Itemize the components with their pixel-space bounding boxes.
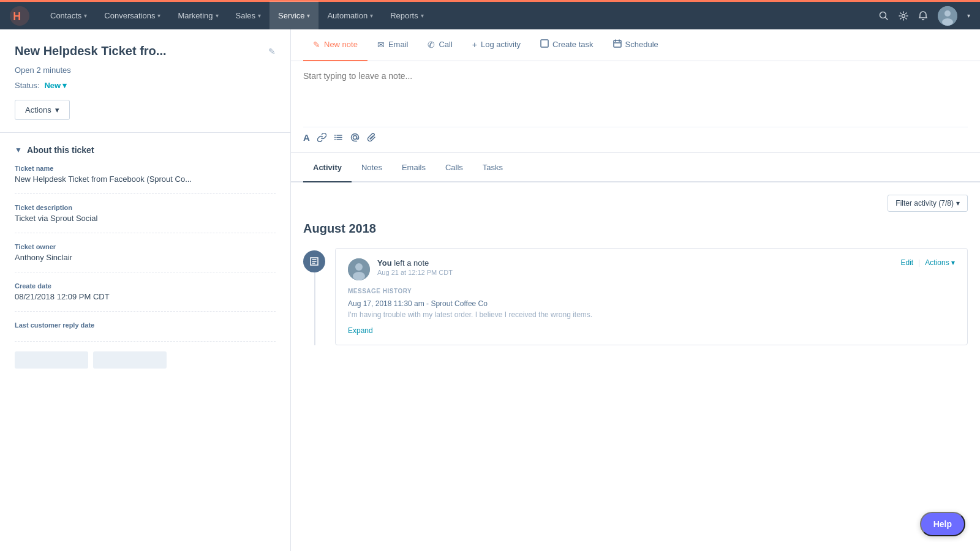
create-date-label: Create date: [15, 282, 276, 290]
activity-tab-notes[interactable]: Notes: [352, 153, 392, 182]
month-header: August 2018: [303, 222, 968, 236]
svg-line-3: [886, 17, 888, 20]
activity-time: Aug 21 at 12:12 PM CDT: [377, 269, 893, 276]
tab-create-task[interactable]: Create task: [530, 29, 603, 61]
last-reply-date-label: Last customer reply date: [15, 321, 276, 329]
link-button[interactable]: [317, 133, 326, 142]
activity-title: You left a note: [377, 258, 893, 268]
note-editor: A: [291, 61, 980, 153]
svg-rect-9: [614, 40, 621, 47]
create-date-value: 08/21/2018 12:09 PM CDT: [15, 292, 276, 301]
field-ticket-description: Ticket description Ticket via Sprout Soc…: [15, 204, 276, 233]
svg-text:H: H: [13, 10, 21, 23]
main-layout: New Helpdesk Ticket fro... ✎ Open 2 minu…: [0, 29, 980, 551]
create-task-icon: [540, 39, 549, 50]
field-ticket-name: Ticket name New Helpdesk Ticket from Fac…: [15, 165, 276, 194]
notifications-button[interactable]: [918, 11, 928, 21]
nav-service-label: Service: [278, 11, 304, 20]
nav-conversations-chevron: ▾: [157, 12, 160, 19]
activity-feed: Filter activity (7/8) ▾ August 2018: [291, 182, 980, 551]
note-textarea[interactable]: [303, 71, 968, 120]
search-button[interactable]: [879, 11, 889, 21]
activity-tab-activity[interactable]: Activity: [303, 153, 352, 182]
mention-button[interactable]: [350, 133, 360, 142]
svg-rect-8: [541, 40, 548, 47]
activity-card-actions: Edit | Actions ▾: [900, 258, 955, 267]
nav-service[interactable]: Service ▾: [270, 1, 318, 31]
ticket-open-time: Open 2 minutes: [15, 66, 276, 75]
tab-new-note[interactable]: ✎ New note: [303, 29, 368, 61]
nav-marketing[interactable]: Marketing ▾: [169, 1, 227, 31]
nav-reports-label: Reports: [390, 11, 418, 20]
actions-activity-link[interactable]: Actions ▾: [925, 258, 955, 267]
action-tabs: ✎ New note ✉ Email ✆ Call + Log activity…: [291, 29, 980, 61]
ticket-description-value: Ticket via Sprout Social: [15, 214, 276, 223]
tab-email[interactable]: ✉ Email: [368, 29, 418, 61]
activity-card-header: You left a note Aug 21 at 12:12 PM CDT E…: [348, 258, 955, 280]
actions-button[interactable]: Actions ▾: [15, 100, 70, 120]
section-title: About this ticket: [27, 145, 94, 155]
ticket-edit-icon[interactable]: ✎: [268, 47, 276, 56]
nav-reports-chevron: ▾: [421, 12, 424, 19]
email-icon: ✉: [377, 40, 385, 50]
actions-chevron-icon: ▾: [55, 105, 59, 114]
nav-conversations[interactable]: Conversations ▾: [96, 1, 169, 31]
user-avatar[interactable]: [938, 6, 957, 26]
field-create-date: Create date 08/21/2018 12:09 PM CDT: [15, 282, 276, 312]
activity-divider: |: [918, 258, 920, 267]
section-header: ▼ About this ticket: [15, 145, 276, 155]
expand-link[interactable]: Expand: [348, 326, 373, 335]
nav-automation[interactable]: Automation ▾: [318, 1, 382, 31]
timeline-icon: [303, 250, 325, 272]
message-preview: I'm having trouble with my latest order.…: [348, 310, 955, 319]
user-dropdown-chevron[interactable]: ▾: [967, 12, 970, 19]
attachment-button[interactable]: [367, 133, 376, 142]
status-badge[interactable]: New ▾: [44, 81, 67, 90]
tab-call[interactable]: ✆ Call: [418, 29, 462, 61]
activity-tab-emails[interactable]: Emails: [392, 153, 435, 182]
log-activity-icon: +: [472, 40, 477, 50]
ticket-title: New Helpdesk Ticket fro...: [15, 44, 263, 58]
svg-point-17: [334, 137, 336, 138]
nav-automation-chevron: ▾: [370, 12, 373, 19]
svg-point-7: [942, 18, 953, 26]
activity-card: You left a note Aug 21 at 12:12 PM CDT E…: [335, 248, 968, 345]
tab-log-activity[interactable]: + Log activity: [462, 29, 530, 61]
schedule-icon: [613, 39, 622, 50]
svg-point-4: [902, 14, 905, 17]
call-icon: ✆: [428, 40, 435, 50]
right-panel: ✎ New note ✉ Email ✆ Call + Log activity…: [291, 29, 980, 551]
hubspot-logo[interactable]: H: [10, 6, 29, 26]
field-last-reply-date: Last customer reply date: [15, 321, 276, 342]
edit-activity-link[interactable]: Edit: [900, 258, 913, 267]
message-entry-date: Aug 17, 2018 11:30 am - Sprout Coffee Co: [348, 299, 955, 308]
nav-contacts-chevron: ▾: [84, 12, 87, 19]
activity-tab-calls[interactable]: Calls: [435, 153, 473, 182]
field-ticket-owner: Ticket owner Anthony Sinclair: [15, 243, 276, 272]
help-button[interactable]: Help: [920, 512, 965, 536]
filter-chevron-icon: ▾: [956, 199, 960, 208]
filter-bar: Filter activity (7/8) ▾: [303, 195, 968, 212]
nav-reports[interactable]: Reports ▾: [382, 1, 432, 31]
list-button[interactable]: [334, 133, 343, 142]
nav-sales[interactable]: Sales ▾: [227, 1, 270, 31]
text-format-button[interactable]: A: [303, 132, 310, 143]
about-ticket-section: ▼ About this ticket Ticket name New Help…: [0, 133, 290, 381]
ticket-owner-value: Anthony Sinclair: [15, 253, 276, 262]
nav-items: Contacts ▾ Conversations ▾ Marketing ▾ S…: [42, 1, 879, 31]
filter-activity-button[interactable]: Filter activity (7/8) ▾: [888, 195, 968, 212]
ticket-title-row: New Helpdesk Ticket fro... ✎: [15, 44, 276, 58]
activity-timeline-container: You left a note Aug 21 at 12:12 PM CDT E…: [303, 248, 968, 345]
activity-meta: You left a note Aug 21 at 12:12 PM CDT: [377, 258, 893, 276]
nav-contacts[interactable]: Contacts ▾: [42, 1, 96, 31]
status-chevron-icon: ▾: [62, 81, 67, 90]
section-toggle-icon[interactable]: ▼: [15, 146, 22, 154]
nav-marketing-chevron: ▾: [216, 12, 219, 19]
settings-button[interactable]: [899, 11, 908, 21]
actions-dropdown-chevron: ▾: [951, 258, 955, 267]
nav-service-chevron: ▾: [307, 12, 310, 19]
tab-schedule[interactable]: Schedule: [603, 29, 668, 61]
ticket-description-label: Ticket description: [15, 204, 276, 211]
activity-tab-tasks[interactable]: Tasks: [473, 153, 513, 182]
svg-point-19: [353, 136, 356, 140]
